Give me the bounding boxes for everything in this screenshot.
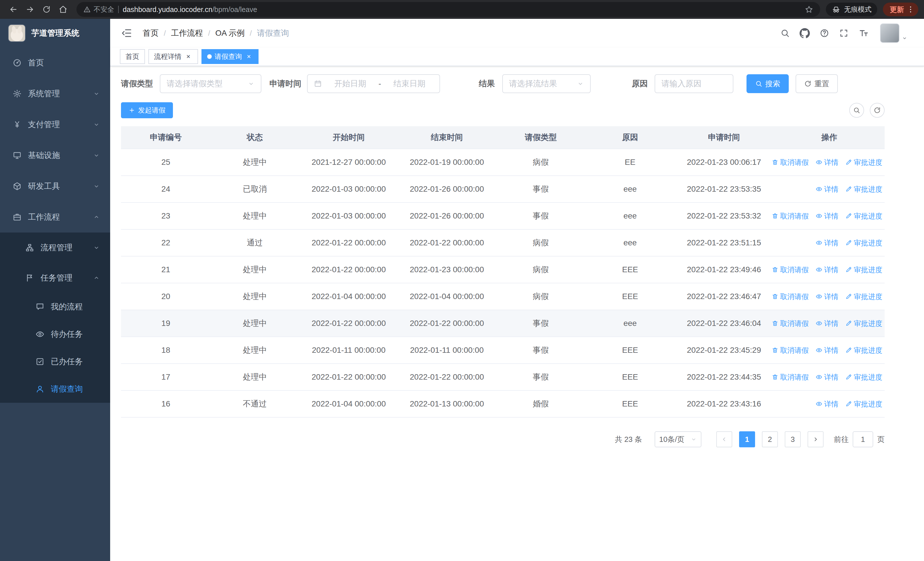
sidebar-item-done-tasks[interactable]: 已办任务 <box>0 348 110 375</box>
result-select[interactable]: 请选择流结果 <box>502 74 591 93</box>
sidebar-item-todo-tasks[interactable]: 待办任务 <box>0 320 110 348</box>
approval-progress-link[interactable]: 审批进度 <box>845 399 882 409</box>
sidebar-item-workflow[interactable]: 工作流程 <box>0 202 110 233</box>
sidebar-item-home[interactable]: 首页 <box>0 47 110 78</box>
sidebar-item-label: 流程管理 <box>40 242 72 253</box>
cancel-leave-link[interactable]: 取消请假 <box>772 292 809 301</box>
page-content: 请假类型 请选择请假类型 申请时间 开始日期 - 结束日期 <box>110 66 924 561</box>
detail-link[interactable]: 详情 <box>816 185 838 194</box>
detail-link[interactable]: 详情 <box>816 158 838 167</box>
date-range-input[interactable]: 开始日期 - 结束日期 <box>307 74 440 93</box>
approval-progress-link[interactable]: 审批进度 <box>845 346 882 355</box>
approval-progress-label: 审批进度 <box>854 185 882 194</box>
tab-leave-query[interactable]: 请假查询 × <box>201 49 258 64</box>
reload-button[interactable] <box>39 2 54 17</box>
approval-progress-link[interactable]: 审批进度 <box>845 319 882 328</box>
next-page-button[interactable] <box>808 431 824 447</box>
sidebar-item-label: 工作流程 <box>28 212 60 223</box>
cell-start-time: 2022-01-22 00:00:00 <box>299 364 398 390</box>
fullscreen-button[interactable] <box>839 28 849 38</box>
create-leave-button[interactable]: 发起请假 <box>121 102 173 118</box>
font-size-button[interactable] <box>858 28 869 39</box>
toggle-search-button[interactable] <box>849 103 864 118</box>
detail-link[interactable]: 详情 <box>816 265 838 275</box>
detail-label: 详情 <box>824 346 838 355</box>
reset-button[interactable]: 重置 <box>796 74 838 93</box>
security-warning[interactable]: 不安全 <box>83 5 114 14</box>
breadcrumb-item-home[interactable]: 首页 <box>142 28 159 39</box>
search-button[interactable]: 搜索 <box>747 74 789 93</box>
page-size-select[interactable]: 10条/页 <box>655 431 701 447</box>
cell-status: 处理中 <box>211 364 299 390</box>
breadcrumb-item-workflow[interactable]: 工作流程 <box>171 28 203 39</box>
cancel-leave-link[interactable]: 取消请假 <box>772 373 809 382</box>
leave-type-select[interactable]: 请选择请假类型 <box>160 74 261 93</box>
detail-link[interactable]: 详情 <box>816 238 838 248</box>
avatar[interactable] <box>880 23 900 43</box>
sidebar-item-system[interactable]: 系统管理 <box>0 78 110 109</box>
detail-link[interactable]: 详情 <box>816 211 838 221</box>
cell-apply-time: 2022-01-22 23:49:46 <box>674 257 774 283</box>
approval-progress-link[interactable]: 审批进度 <box>845 238 882 248</box>
reason-input[interactable] <box>655 74 734 93</box>
user-menu[interactable] <box>880 23 908 43</box>
sidebar-item-process-management[interactable]: 流程管理 <box>0 233 110 263</box>
refresh-icon <box>804 80 812 87</box>
help-button[interactable] <box>819 28 829 38</box>
page-button-1[interactable]: 1 <box>739 431 755 447</box>
forward-button[interactable] <box>22 2 38 17</box>
bookmark-star-icon[interactable] <box>805 5 813 14</box>
address-bar[interactable]: 不安全 dashboard.yudao.iocoder.cn/bpm/oa/le… <box>76 2 820 17</box>
detail-link[interactable]: 详情 <box>816 319 838 328</box>
github-button[interactable] <box>800 28 810 38</box>
cancel-leave-link[interactable]: 取消请假 <box>772 346 809 355</box>
sidebar-item-devtools[interactable]: 研发工具 <box>0 171 110 202</box>
goto-page-input[interactable] <box>853 431 873 447</box>
cancel-leave-link[interactable]: 取消请假 <box>772 211 809 221</box>
cancel-leave-label: 取消请假 <box>780 265 809 275</box>
sidebar-item-infrastructure[interactable]: 基础设施 <box>0 140 110 171</box>
sidebar-item-my-process[interactable]: 我的流程 <box>0 293 110 320</box>
app-logo[interactable]: 芋道管理系统 <box>0 19 110 47</box>
browser-menu-kebab-icon[interactable] <box>906 5 915 14</box>
prev-page-button[interactable] <box>716 431 732 447</box>
refresh-table-button[interactable] <box>870 103 885 118</box>
tab-home[interactable]: 首页 <box>120 49 145 64</box>
cancel-leave-link[interactable]: 取消请假 <box>772 265 809 275</box>
cell-reason: eee <box>586 230 674 256</box>
approval-progress-link[interactable]: 审批进度 <box>845 185 882 194</box>
approval-progress-link[interactable]: 审批进度 <box>845 158 882 167</box>
close-icon[interactable]: × <box>184 53 192 60</box>
update-button[interactable]: 更新 <box>883 3 918 16</box>
page-button-2[interactable]: 2 <box>762 431 778 447</box>
app-title: 芋道管理系统 <box>32 28 80 39</box>
approval-progress-link[interactable]: 审批进度 <box>845 211 882 221</box>
back-button[interactable] <box>6 2 21 17</box>
tab-process-detail[interactable]: 流程详情 × <box>148 49 198 64</box>
close-icon[interactable]: × <box>245 53 253 60</box>
sidebar-item-leave-query[interactable]: 请假查询 <box>0 375 110 403</box>
pen-icon <box>845 186 852 193</box>
cancel-leave-link[interactable]: 取消请假 <box>772 158 809 167</box>
cell-operations: 详情 审批进度 <box>774 391 885 417</box>
detail-link[interactable]: 详情 <box>816 399 838 409</box>
sidebar-collapse-button[interactable] <box>119 25 135 41</box>
cell-end-time: 2022-01-13 00:00:00 <box>398 391 495 417</box>
table-row: 24 已取消 2022-01-03 00:00:00 2022-01-26 00… <box>121 176 885 203</box>
sidebar-item-task-management[interactable]: 任务管理 <box>0 263 110 293</box>
detail-link[interactable]: 详情 <box>816 346 838 355</box>
header-search-button[interactable] <box>780 28 790 38</box>
detail-link[interactable]: 详情 <box>816 292 838 301</box>
cancel-leave-link[interactable]: 取消请假 <box>772 319 809 328</box>
home-button[interactable] <box>56 2 71 17</box>
sidebar-item-payment[interactable]: 支付管理 <box>0 109 110 140</box>
approval-progress-link[interactable]: 审批进度 <box>845 292 882 301</box>
cell-end-time: 2022-01-23 00:00:00 <box>398 257 495 283</box>
detail-link[interactable]: 详情 <box>816 373 838 382</box>
page-button-3[interactable]: 3 <box>785 431 801 447</box>
filter-apply-time: 申请时间 开始日期 - 结束日期 <box>269 74 440 93</box>
approval-progress-link[interactable]: 审批进度 <box>845 265 882 275</box>
cell-status: 处理中 <box>211 149 299 175</box>
breadcrumb-item-oa-example[interactable]: OA 示例 <box>215 28 244 39</box>
approval-progress-link[interactable]: 审批进度 <box>845 373 882 382</box>
